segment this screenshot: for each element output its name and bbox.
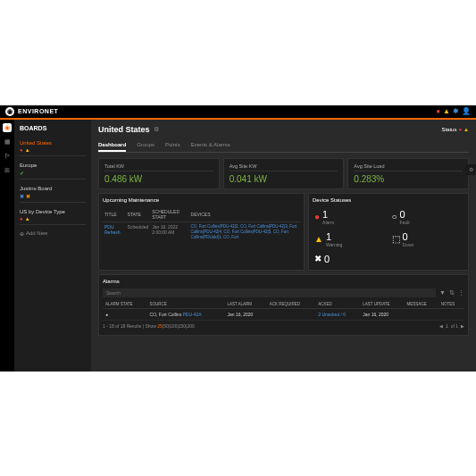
metric-avg-load: Avg Site Load 0.283%: [347, 158, 469, 189]
warning-icon: ▲: [314, 234, 323, 244]
tab-events[interactable]: Events & Alarms: [191, 139, 230, 152]
status-alarm: ●1Alarm: [313, 207, 388, 227]
plus-icon: ⊕: [20, 230, 24, 237]
next-page-icon[interactable]: ▶: [461, 323, 464, 329]
device-statuses-panel: Device Statuses ●1Alarm ○0Fault ▲1Warnin…: [308, 193, 469, 271]
tool2-icon: ✖: [26, 193, 30, 199]
status-indicator: Status ● ▲: [441, 127, 469, 132]
rail-item-4-icon[interactable]: ⊞: [3, 166, 12, 175]
status-other: ✖0: [313, 252, 388, 266]
warning-icon: ▲: [25, 216, 30, 221]
panels-row: Upcoming Maintenance TITLE STATE SCHEDUL…: [98, 193, 469, 271]
warning-icon[interactable]: ▲: [443, 107, 450, 115]
pagination: 1 - 18 of 18 Results | Show 25 | 50 | 10…: [103, 321, 464, 331]
tab-dashboard[interactable]: Dashboard: [98, 139, 126, 152]
page-header: United States ⚙ Status ● ▲: [98, 125, 469, 134]
alarm-icon: ●: [458, 127, 462, 132]
board-item-justins[interactable]: Justins Board ✖✖: [20, 183, 86, 203]
filter-icon[interactable]: ▼: [439, 289, 446, 296]
user-icon[interactable]: 👤: [462, 107, 471, 115]
page-size-150[interactable]: 150: [179, 323, 186, 329]
status-warning: ▲1Warning: [313, 230, 388, 249]
tab-points[interactable]: Points: [165, 139, 180, 152]
down-icon: ⬚: [392, 234, 400, 244]
alarm-icon[interactable]: ●: [436, 107, 440, 115]
devices-cell: CO, Fort Collins|PDU-42|2, CO, Fort Coll…: [189, 221, 300, 242]
metric-total-kw: Total KW 0.486 kW: [98, 158, 220, 189]
page-size-25[interactable]: 25: [157, 323, 163, 329]
page-size-200[interactable]: 200: [187, 323, 194, 329]
tabs: Dashboard Groups Points Events & Alarms: [98, 139, 469, 153]
status-fault: ○0Fault: [390, 207, 465, 227]
logo-icon: ◉: [5, 107, 14, 116]
app-window: ◉ ENVIRONET ● ▲ ✱ 👤 ◉ ▦ 🏳 ⊞ BOARDS Unite…: [0, 105, 476, 372]
alarms-panel: Alarms ▼ ⇅ ⋮ ALARM STATESOURCELAST ALARM…: [98, 274, 469, 336]
app-name: ENVIRONET: [18, 108, 58, 114]
tab-groups[interactable]: Groups: [137, 139, 154, 152]
table-row[interactable]: ● CO, Fort Collins PDU-42A Jan 16, 2020 …: [103, 308, 464, 320]
settings-flyout-icon[interactable]: ⚙: [465, 164, 476, 175]
tool-icon: ✖: [20, 193, 24, 199]
topbar-status-icons: ● ▲ ✱ 👤: [436, 107, 471, 115]
sort-icon[interactable]: ⇅: [449, 289, 455, 296]
alarms-table: ALARM STATESOURCELAST ALARMACK REQUIREDA…: [103, 300, 464, 321]
status-down: ⬚0Down: [390, 230, 465, 249]
board-item-europe[interactable]: Europe ✔: [20, 160, 86, 180]
main: ◉ ▦ 🏳 ⊞ BOARDS United States ●▲ Europe ✔…: [0, 120, 476, 372]
icon-rail: ◉ ▦ 🏳 ⊞: [0, 120, 14, 372]
topbar: ◉ ENVIRONET ● ▲ ✱ 👤: [0, 105, 476, 120]
ok-icon: ✔: [20, 170, 24, 176]
alarm-state-icon: ●: [103, 308, 147, 320]
alarm-icon: ●: [20, 216, 23, 221]
rail-item-2-icon[interactable]: ▦: [3, 138, 12, 146]
page-title: United States: [98, 125, 150, 134]
more-icon[interactable]: ⋮: [458, 289, 464, 296]
metrics-row: Total KW 0.486 kW Avg Site KW 0.041 kW A…: [98, 158, 469, 189]
info-icon[interactable]: ✱: [453, 107, 459, 115]
prev-page-icon[interactable]: ◀: [439, 323, 443, 329]
board-item-usdevice[interactable]: US by Device Type ●▲: [20, 206, 86, 225]
warning-icon: ▲: [25, 147, 30, 153]
maintenance-panel: Upcoming Maintenance TITLE STATE SCHEDUL…: [98, 193, 305, 271]
wrench-icon: ✖: [314, 254, 322, 263]
page-size-50[interactable]: 50: [163, 323, 169, 329]
alarm-icon: ●: [314, 212, 320, 221]
content: ⚙ United States ⚙ Status ● ▲ Dashboard G…: [91, 120, 476, 372]
add-new-button[interactable]: ⊕Add New: [20, 230, 86, 237]
search-input[interactable]: [103, 288, 436, 297]
maintenance-table: TITLE STATE SCHEDULED START DEVICES PDU …: [103, 207, 300, 243]
board-item-us[interactable]: United States ●▲: [20, 138, 86, 156]
fault-icon: ○: [392, 212, 397, 221]
rail-item-3-icon[interactable]: 🏳: [3, 152, 12, 161]
table-row[interactable]: PDU Refresh Scheduled Jan 16, 2022 2:00:…: [103, 221, 300, 242]
warning-icon: ▲: [463, 127, 469, 132]
alarm-icon: ●: [20, 147, 23, 153]
sidebar: BOARDS United States ●▲ Europe ✔ Justins…: [14, 120, 91, 372]
rail-boards-icon[interactable]: ◉: [3, 123, 12, 132]
metric-avg-kw: Avg Site KW 0.041 kW: [223, 158, 345, 189]
sidebar-title: BOARDS: [20, 125, 86, 131]
gear-icon[interactable]: ⚙: [154, 126, 159, 133]
page-size-100[interactable]: 100: [170, 323, 177, 329]
